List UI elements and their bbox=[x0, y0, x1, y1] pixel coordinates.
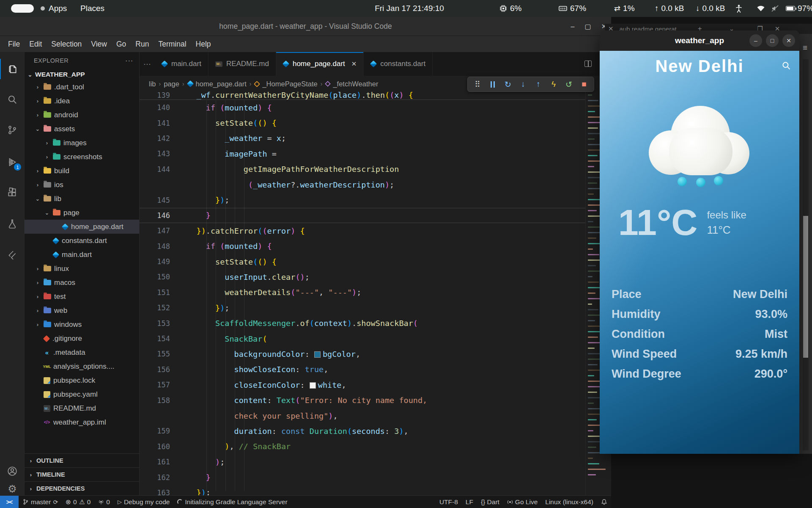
code-line-147[interactable]: 147}).catchError((error) { bbox=[140, 223, 611, 238]
tree-item-weather_app.iml[interactable]: </>weather_app.iml bbox=[25, 415, 139, 429]
code-line-wrap[interactable]: check your spelling"), bbox=[140, 408, 611, 423]
tree-item-lib[interactable]: ⌄lib bbox=[25, 192, 139, 206]
code-line-153[interactable]: 153ScaffoldMessenger.of(context).showSna… bbox=[140, 315, 611, 331]
battery-indicator[interactable]: 97% bbox=[786, 0, 812, 17]
tree-item-build[interactable]: ›build bbox=[25, 164, 139, 178]
volume-muted-menu[interactable] bbox=[771, 0, 779, 17]
tree-item-windows[interactable]: ›windows bbox=[25, 318, 139, 331]
code-line-149[interactable]: 149setState(() { bbox=[140, 254, 611, 269]
tree-item-ios[interactable]: ›ios bbox=[25, 178, 139, 192]
extensions-icon[interactable] bbox=[0, 182, 25, 203]
menu-help[interactable]: Help bbox=[191, 40, 216, 49]
tab-close-icon[interactable]: ✕ bbox=[351, 60, 357, 68]
code-line-151[interactable]: 151weatherDetails("---", "---"); bbox=[140, 285, 611, 300]
debug-stop-button[interactable]: ■ bbox=[577, 78, 591, 91]
section-outline[interactable]: ›OUTLINE bbox=[25, 453, 139, 467]
code-line-163[interactable]: 163}); bbox=[140, 485, 611, 495]
accessibility-menu[interactable] bbox=[735, 0, 743, 17]
code-line-wrap[interactable]: (_weather?.weatherDescription); bbox=[140, 177, 611, 192]
tree-item-page[interactable]: ⌄page bbox=[25, 206, 139, 220]
tree-item-main.dart[interactable]: main.dart bbox=[25, 248, 139, 262]
menu-selection[interactable]: Selection bbox=[47, 40, 86, 49]
section-dependencies[interactable]: ›DEPENDENCIES bbox=[25, 481, 139, 495]
menu-edit[interactable]: Edit bbox=[25, 40, 47, 49]
net-up-indicator[interactable]: ↑ 0.0 kB bbox=[655, 0, 684, 17]
weather-maximize-button[interactable]: □ bbox=[766, 34, 779, 47]
code-line-154[interactable]: 154SnackBar( bbox=[140, 331, 611, 346]
code-line-145[interactable]: 145}); bbox=[140, 192, 611, 207]
split-editor-icon[interactable] bbox=[584, 61, 592, 67]
tab-home_page.dart[interactable]: home_page.dart✕ bbox=[276, 52, 364, 76]
weather-close-button[interactable]: ✕ bbox=[782, 34, 795, 47]
debug-restart-button[interactable]: ↺ bbox=[562, 78, 576, 91]
vscode-titlebar[interactable]: home_page.dart - weather_app - Visual St… bbox=[0, 17, 611, 36]
menu-view[interactable]: View bbox=[86, 40, 112, 49]
git-branch-item[interactable]: master ⟳ bbox=[19, 498, 62, 506]
tree-item-README.md[interactable]: M↓README.md bbox=[25, 401, 139, 415]
tree-item-.gitignore[interactable]: .gitignore bbox=[25, 331, 139, 345]
memory-indicator[interactable]: 67% bbox=[558, 0, 586, 17]
tree-item-web[interactable]: ›web bbox=[25, 304, 139, 318]
language-item[interactable]: {} Dart bbox=[477, 498, 503, 506]
breadcrumb-home_page.dart[interactable]: home_page.dart bbox=[187, 80, 247, 88]
explorer-more-actions[interactable]: ··· bbox=[125, 56, 133, 65]
remote-indicator[interactable]: >< bbox=[0, 496, 19, 508]
code-line-161[interactable]: 161); bbox=[140, 454, 611, 469]
section-timeline[interactable]: ›TIMELINE bbox=[25, 467, 139, 481]
debug-status-item[interactable]: ▷ Debug my code bbox=[114, 498, 174, 506]
code-line-157[interactable]: 157closeIconColor: white, bbox=[140, 377, 611, 392]
activities-pill[interactable] bbox=[11, 4, 34, 13]
code-line-143[interactable]: 143imagePath = bbox=[140, 146, 611, 161]
debug-step-over-button[interactable]: ↻ bbox=[501, 78, 515, 91]
tree-item-android[interactable]: ›android bbox=[25, 108, 139, 122]
ports-item[interactable]: 0 bbox=[94, 498, 114, 506]
problems-item[interactable]: ⊗0 ⚠0 bbox=[62, 498, 94, 506]
run-debug-icon[interactable]: 1 bbox=[0, 152, 25, 172]
breadcrumb-page[interactable]: page bbox=[164, 80, 179, 88]
flutter-icon[interactable] bbox=[0, 245, 25, 265]
tab-overflow-button[interactable]: ··· bbox=[140, 52, 155, 76]
code-line-158[interactable]: 158content: Text("Error: No city name fo… bbox=[140, 392, 611, 408]
go-live-item[interactable]: Go Live bbox=[503, 498, 541, 506]
code-line-148[interactable]: 148if (mounted) { bbox=[140, 239, 611, 254]
tab-README.md[interactable]: M↓README.md bbox=[208, 52, 276, 76]
debug-pause-button[interactable] bbox=[486, 78, 500, 91]
tab-main.dart[interactable]: main.dart bbox=[155, 52, 208, 76]
background-scrollbar[interactable] bbox=[803, 59, 809, 450]
tree-item-macos[interactable]: ›macos bbox=[25, 276, 139, 290]
weather-search-icon[interactable] bbox=[781, 60, 792, 73]
notifications-bell[interactable] bbox=[597, 499, 611, 505]
code-line-146[interactable]: 146} bbox=[140, 208, 611, 223]
code-editor[interactable]: 139_wf.currentWeatherByCityName(place).t… bbox=[140, 92, 611, 495]
eol-item[interactable]: LF bbox=[462, 498, 477, 506]
vscode-minimize-button[interactable]: – bbox=[571, 23, 575, 30]
breadcrumb-lib[interactable]: lib bbox=[149, 80, 156, 88]
tree-item-home_page.dart[interactable]: home_page.dart bbox=[25, 220, 139, 234]
code-line-150[interactable]: 150userInput.clear(); bbox=[140, 269, 611, 284]
tree-item-assets[interactable]: ⌄assets bbox=[25, 122, 139, 136]
tree-item-.idea[interactable]: ›.idea bbox=[25, 94, 139, 108]
code-line-156[interactable]: 156showCloseIcon: true, bbox=[140, 362, 611, 377]
workspace-root[interactable]: ⌄WEATHER_APP bbox=[25, 69, 139, 80]
tree-item-.metadata[interactable]: «.metadata bbox=[25, 345, 139, 359]
clock[interactable]: Fri Jan 17 21:49:10 bbox=[367, 0, 452, 17]
tab-constants.dart[interactable]: constants.dart bbox=[364, 52, 433, 76]
testing-icon[interactable] bbox=[0, 214, 25, 234]
code-line-140[interactable]: 140if (mounted) { bbox=[140, 100, 611, 115]
background-scrollbar-thumb[interactable] bbox=[803, 216, 808, 358]
vscode-maximize-button[interactable]: ▢ bbox=[584, 22, 591, 30]
code-line-139[interactable]: 139_wf.currentWeatherByCityName(place).t… bbox=[140, 92, 611, 100]
tree-item-pubspec.yaml[interactable]: pubspec.yaml bbox=[25, 387, 139, 401]
breadcrumb-_HomePageState[interactable]: _HomePageState bbox=[254, 80, 317, 88]
debug-hot-reload-button[interactable]: ϟ bbox=[546, 78, 561, 91]
tree-item-test[interactable]: ›test bbox=[25, 290, 139, 304]
tree-item-constants.dart[interactable]: constants.dart bbox=[25, 234, 139, 248]
cpu-indicator[interactable]: 6% bbox=[499, 0, 521, 17]
explorer-icon[interactable] bbox=[0, 59, 25, 79]
weather-titlebar[interactable]: weather_app – □ ✕ bbox=[600, 30, 799, 51]
code-line-155[interactable]: 155backgroundColor: bgColor, bbox=[140, 346, 611, 362]
weather-minimize-button[interactable]: – bbox=[749, 34, 762, 47]
code-line-152[interactable]: 152}); bbox=[140, 300, 611, 315]
tree-item-images[interactable]: ›images bbox=[25, 136, 139, 150]
gradle-loading-item[interactable]: Initializing Gradle Language Server bbox=[173, 498, 291, 506]
